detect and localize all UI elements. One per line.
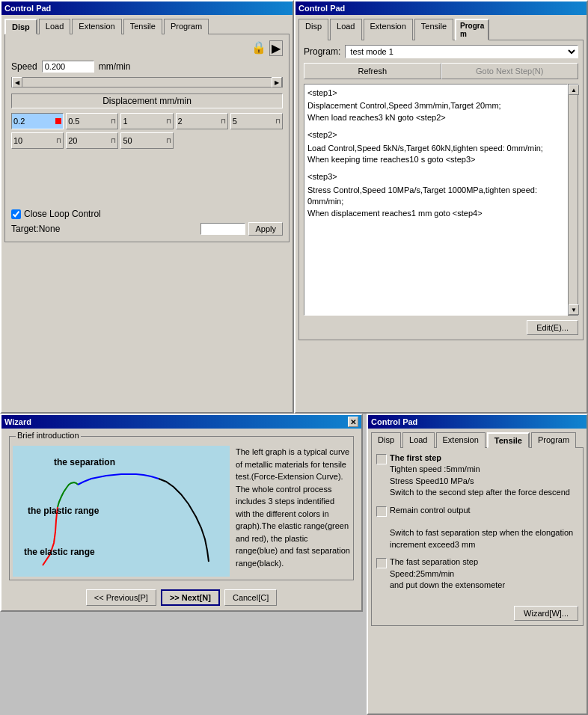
action-buttons-row: Refresh Goto Next Step(N) [304, 63, 578, 79]
step1-block: <step1> Displacement Control,Speed 3mm/m… [307, 88, 564, 123]
preset-0.5[interactable]: 0.5⊓ [66, 113, 118, 129]
bottom-control-pad-title: Control Pad [368, 415, 587, 429]
flag-icon: ⊓ [275, 117, 281, 125]
tab-tensile-bottom[interactable]: Tensile [487, 432, 530, 448]
wizard-controls: ✕ [348, 417, 358, 427]
step3-heading: <step3> [307, 171, 564, 182]
left-tab-content: 🔒 ▶ Speed mm/min ◀ ▶ Displacement mm/min… [4, 34, 290, 242]
scroll-right-arrow[interactable]: ▶ [272, 77, 282, 88]
step2-heading: <step2> [307, 129, 564, 141]
lock-icon: 🔒 [251, 40, 266, 56]
tab-program-bottom[interactable]: Program [531, 432, 576, 448]
icon-row: 🔒 ▶ [11, 40, 283, 56]
preset-1[interactable]: 1⊓ [120, 113, 173, 129]
scroll-left-arrow[interactable]: ◀ [12, 77, 22, 88]
bottom-title-text: Control Pad [371, 417, 584, 426]
tab-program-right[interactable]: Program [455, 19, 489, 40]
edit-row: Edit(E)... [304, 320, 578, 335]
step3-content: The fast separation step Speed:25mm/min … [390, 556, 505, 591]
active-indicator [55, 118, 61, 124]
step3-icon [376, 558, 387, 568]
wizard-window: Wizard ✕ Brief introduction [0, 414, 363, 612]
apply-button[interactable]: Apply [248, 222, 283, 236]
preset-5[interactable]: 5⊓ [230, 113, 283, 129]
bottom-tab-content: The first step Tighten speed :5mm/min St… [371, 447, 584, 626]
target-label: Target:None [11, 224, 60, 234]
right-control-pad-title: Control Pad [295, 1, 587, 15]
edit-button[interactable]: Edit(E)... [527, 320, 578, 335]
tab-extension-right[interactable]: Extension [364, 19, 413, 40]
left-control-pad: Control Pad Disp Load Extension Tensile … [0, 0, 294, 414]
goto-next-button[interactable]: Goto Next Step(N) [441, 63, 579, 79]
program-select[interactable]: test mode 1 [345, 45, 578, 58]
tab-load-left[interactable]: Load [39, 19, 70, 34]
preset-0.2[interactable]: 0.2 [11, 113, 64, 129]
close-loop-label[interactable]: Close Loop Control [11, 209, 283, 219]
left-tab-bar: Disp Load Extension Tensile Program [1, 15, 293, 34]
wizard-title-text: Wizard [4, 417, 31, 426]
tab-extension-left[interactable]: Extension [72, 19, 121, 34]
step2-icon [376, 506, 387, 517]
tab-load-bottom[interactable]: Load [402, 432, 434, 448]
step1-icon [376, 454, 387, 464]
cancel-button[interactable]: Cancel[C] [224, 589, 277, 606]
steps-area: <step1> Displacement Control,Speed 3mm/m… [304, 84, 578, 316]
left-title-text: Control Pad [4, 4, 290, 13]
wizard-content: Brief introduction [1, 429, 361, 610]
step1-text: Displacement Control,Speed 3mm/min,Targe… [307, 100, 564, 123]
brief-intro-label: Brief introduction [16, 431, 81, 440]
right-tab-content: Program: test mode 1 Refresh Goto Next S… [298, 40, 584, 340]
flag-icon: ⊓ [111, 117, 116, 125]
target-input[interactable] [200, 223, 245, 235]
flag-icon: ⊓ [221, 117, 226, 125]
wizard-close-button[interactable]: ✕ [348, 417, 358, 427]
bottom-tab-bar: Disp Load Extension Tensile Program [368, 429, 587, 447]
right-tab-bar: Disp Load Extension Tensile Program [295, 15, 587, 40]
tab-disp-right[interactable]: Disp [298, 19, 328, 40]
tab-disp-bottom[interactable]: Disp [371, 432, 401, 448]
tab-extension-bottom[interactable]: Extension [436, 432, 486, 448]
separation-label: the separation [54, 457, 115, 467]
preset-10[interactable]: 10⊓ [11, 132, 64, 149]
flag-icon: ⊓ [111, 137, 116, 144]
step1-content: The first step Tighten speed :5mm/min St… [390, 452, 570, 499]
scroll-down-arrow[interactable]: ▼ [569, 304, 579, 315]
close-loop-checkbox[interactable] [11, 209, 21, 219]
step2-text: Load Control,Speed 5kN/s,Target 60kN,tig… [307, 143, 564, 166]
program-label: Program: [304, 46, 340, 57]
close-loop-text: Close Loop Control [24, 209, 101, 219]
horizontal-scrollbar[interactable]: ◀ ▶ [11, 77, 283, 88]
tab-program-left[interactable]: Program [164, 19, 209, 34]
tensile-step-1: The first step Tighten speed :5mm/min St… [376, 452, 578, 499]
speed-presets-grid-row2: 10⊓ 20⊓ 50⊓ [11, 132, 283, 149]
flag-icon: ⊓ [166, 137, 171, 144]
arrow-right-icon[interactable]: ▶ [269, 40, 283, 56]
displacement-text: Displacement mm/min [102, 96, 192, 106]
wizard-btn-row: Wizard[W]... [376, 606, 578, 621]
refresh-button[interactable]: Refresh [304, 63, 441, 79]
tab-disp-left[interactable]: Disp [4, 19, 37, 34]
scroll-up-arrow[interactable]: ▲ [569, 85, 579, 95]
program-row: Program: test mode 1 [304, 45, 578, 58]
program-steps-text[interactable]: <step1> Displacement Control,Speed 3mm/m… [304, 84, 568, 316]
tab-load-right[interactable]: Load [330, 19, 361, 40]
tab-tensile-right[interactable]: Tensile [414, 19, 453, 40]
right-control-pad: Control Pad Disp Load Extension Tensile … [294, 0, 588, 414]
tensile-step-3: The fast separation step Speed:25mm/min … [376, 556, 578, 591]
preset-20[interactable]: 20⊓ [66, 132, 118, 149]
step2-content: Remain control output Switch to fast sep… [390, 505, 578, 551]
close-loop-row: Close Loop Control [11, 209, 283, 219]
preset-2[interactable]: 2⊓ [176, 113, 228, 129]
tab-tensile-left[interactable]: Tensile [123, 19, 162, 34]
wizard-title: Wizard ✕ [1, 415, 361, 429]
speed-input[interactable] [42, 61, 94, 73]
steps-scrollbar[interactable]: ▲ ▼ [568, 84, 578, 316]
step2-block: <step2> Load Control,Speed 5kN/s,Target … [307, 129, 564, 165]
speed-label: Speed [11, 61, 37, 72]
preset-50[interactable]: 50⊓ [120, 132, 173, 149]
next-button[interactable]: >> Next[N] [161, 589, 220, 606]
left-control-pad-title: Control Pad [1, 1, 293, 15]
prev-button[interactable]: << Previous[P] [86, 589, 156, 606]
wizard-button[interactable]: Wizard[W]... [514, 606, 578, 621]
target-row: Target:None Apply [11, 222, 283, 236]
